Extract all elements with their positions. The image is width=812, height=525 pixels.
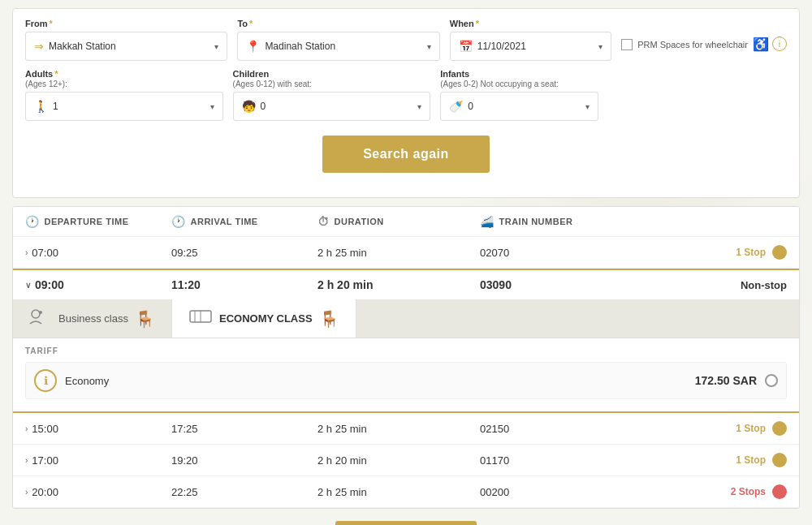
infants-select[interactable]: 🍼 0 ▾ — [440, 92, 598, 121]
train-number: 01170 — [480, 454, 736, 467]
child-icon: 🧒 — [242, 100, 256, 113]
prm-checkbox[interactable] — [621, 39, 633, 50]
search-form: From* ⇒ Makkah Station ▾ To* 📍 Madinah S… — [12, 8, 800, 198]
business-class-tab[interactable]: Business class 🪑 — [13, 299, 172, 338]
departure-time: › 20:00 — [25, 486, 171, 498]
children-select[interactable]: 🧒 0 ▾ — [233, 92, 431, 121]
form-row-passengers: Adults* (Ages 12+): 🚶 1 ▾ Children (Ages… — [25, 69, 787, 121]
stop-info: 1 Stop — [736, 421, 787, 436]
stop-badge: 1 Stop — [736, 454, 766, 466]
adults-group: Adults* (Ages 12+): 🚶 1 ▾ — [25, 69, 223, 121]
from-icon: ⇒ — [34, 40, 44, 53]
infants-chevron: ▾ — [585, 102, 590, 111]
arrival-clock-icon: 🕐 — [171, 215, 186, 228]
when-label: When* — [450, 19, 612, 28]
nonstop-badge: Non-stop — [741, 279, 787, 291]
arrival-time: 19:20 — [171, 454, 317, 467]
stop-info: 2 Stops — [731, 484, 787, 499]
infants-label: Infants (Ages 0-2) Not occupying a seat: — [440, 69, 598, 88]
expanded-content: Business class 🪑 ECONOMY CLASS 🪑 — [13, 299, 799, 413]
stop-circle-icon — [772, 421, 787, 436]
departure-time: ∨ 09:00 — [25, 278, 171, 291]
expanded-row-wrapper: ∨ 09:00 11:20 2 h 20 min 03090 Non-stop — [13, 269, 799, 413]
results-table: 🕐 DEPARTURE TIME 🕐 ARRIVAL TIME ⏱ DURATI… — [12, 206, 800, 509]
table-row[interactable]: › 07:00 09:25 2 h 25 min 02070 1 Stop — [13, 237, 799, 269]
adults-select[interactable]: 🚶 1 ▾ — [25, 92, 223, 121]
train-number: 02070 — [480, 247, 736, 259]
prm-icons: ♿ i — [753, 37, 787, 52]
children-chevron: ▾ — [417, 102, 421, 111]
stop-badge: 1 Stop — [736, 247, 766, 258]
business-icon — [29, 308, 52, 329]
arrival-time: 17:25 — [171, 423, 317, 435]
to-icon: 📍 — [246, 40, 260, 53]
from-value: Makkah Station — [49, 41, 214, 52]
when-value: 11/10/2021 — [477, 41, 599, 52]
tariff-name: Economy — [65, 375, 695, 387]
children-value: 0 — [261, 101, 418, 112]
duration: 2 h 20 min — [317, 278, 480, 291]
departure-clock-icon: 🕐 — [25, 215, 40, 228]
next-container: Next — [12, 509, 800, 525]
from-label: From* — [25, 19, 227, 28]
train-number: 03090 — [480, 278, 741, 291]
expand-icon: › — [25, 488, 28, 497]
from-group: From* ⇒ Makkah Station ▾ — [25, 19, 227, 61]
stop-circle-icon — [772, 484, 787, 499]
stop-circle-icon — [772, 453, 787, 467]
train-number: 00200 — [480, 486, 731, 498]
duration: 2 h 25 min — [317, 423, 480, 435]
next-button[interactable]: Next — [335, 521, 477, 525]
when-chevron: ▾ — [598, 42, 603, 51]
table-row[interactable]: › 15:00 17:25 2 h 25 min 02150 1 Stop — [13, 413, 799, 445]
expand-icon: › — [25, 248, 28, 257]
from-select[interactable]: ⇒ Makkah Station ▾ — [25, 32, 227, 61]
expand-icon: › — [25, 424, 28, 433]
table-header: 🕐 DEPARTURE TIME 🕐 ARRIVAL TIME ⏱ DURATI… — [13, 207, 799, 237]
adults-chevron: ▾ — [210, 102, 214, 111]
economy-tab-label: ECONOMY CLASS — [219, 312, 313, 325]
arrival-time: 11:20 — [171, 278, 317, 291]
tariff-row[interactable]: ℹ Economy 172.50 SAR — [25, 362, 787, 399]
departure-time: › 15:00 — [25, 423, 171, 435]
train-number: 02150 — [480, 423, 736, 435]
business-tab-label: Business class — [58, 312, 128, 325]
infant-icon: 🍼 — [449, 100, 463, 113]
duration-header: ⏱ DURATION — [317, 215, 480, 228]
departure-header: 🕐 DEPARTURE TIME — [25, 215, 171, 228]
when-select[interactable]: 📅 11/10/2021 ▾ — [450, 32, 612, 61]
form-row-destinations: From* ⇒ Makkah Station ▾ To* 📍 Madinah S… — [25, 19, 787, 61]
duration: 2 h 20 min — [317, 454, 480, 467]
search-again-container: Search again — [25, 129, 787, 185]
wheelchair-icon: ♿ — [753, 37, 769, 52]
prm-section: PRM Spaces for wheelchair ♿ i — [621, 19, 787, 52]
to-select[interactable]: 📍 Madinah Station ▾ — [237, 32, 439, 61]
economy-class-tab[interactable]: ECONOMY CLASS 🪑 — [172, 299, 356, 338]
table-row[interactable]: ∨ 09:00 11:20 2 h 20 min 03090 Non-stop — [13, 269, 799, 299]
children-group: Children (Ages 0-12) with seat: 🧒 0 ▾ — [233, 69, 431, 121]
duration: 2 h 25 min — [317, 247, 480, 259]
duration-icon: ⏱ — [317, 215, 330, 228]
stop-info: Non-stop — [741, 279, 787, 291]
tariff-section: TARIFF ℹ Economy 172.50 SAR — [13, 338, 799, 411]
stop-info: 1 Stop — [736, 453, 787, 467]
to-label: To* — [237, 19, 439, 28]
business-seat-icon: 🪑 — [135, 309, 155, 329]
stop-badge: 2 Stops — [731, 486, 766, 497]
table-row[interactable]: › 17:00 19:20 2 h 20 min 01170 1 Stop — [13, 445, 799, 476]
arrival-time: 09:25 — [171, 247, 317, 259]
train-icon: 🚄 — [480, 215, 495, 228]
economy-seat-icon: 🪑 — [319, 309, 339, 329]
tariff-label: TARIFF — [25, 346, 787, 355]
stop-badge: 1 Stop — [736, 423, 766, 434]
infants-value: 0 — [468, 101, 585, 112]
table-row[interactable]: › 20:00 22:25 2 h 25 min 00200 2 Stops — [13, 476, 799, 508]
tariff-radio[interactable] — [765, 374, 778, 387]
expand-icon: › — [25, 456, 28, 465]
adult-icon: 🚶 — [34, 100, 48, 113]
tariff-icon: ℹ — [34, 369, 57, 392]
search-again-button[interactable]: Search again — [322, 136, 490, 173]
stop-info: 1 Stop — [736, 245, 787, 260]
prm-label: PRM Spaces for wheelchair — [637, 40, 748, 49]
children-label: Children (Ages 0-12) with seat: — [233, 69, 431, 88]
